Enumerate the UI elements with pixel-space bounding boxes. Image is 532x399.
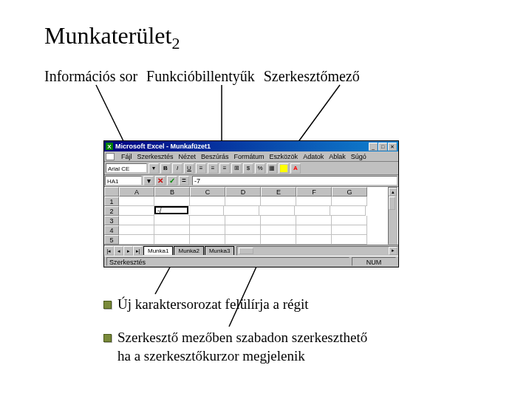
cell[interactable] [225,216,261,225]
status-mode: Szerkesztés [106,257,349,266]
font-selector[interactable]: Arial CE [106,163,147,173]
percent-button[interactable]: % [255,163,265,174]
align-right-button[interactable]: ≡ [219,163,230,174]
menu-format[interactable]: Formátum [234,153,265,160]
active-cell[interactable]: -/ [154,206,188,214]
fill-color-button[interactable] [279,163,289,174]
menu-view[interactable]: Nézet [179,153,197,160]
menu-data[interactable]: Adatok [303,153,324,160]
row-header[interactable]: 1 [104,197,119,206]
row-header[interactable]: 5 [104,235,119,245]
scroll-right-icon[interactable]: ▸ [389,247,398,255]
cell[interactable] [119,225,154,235]
page-title: Munkaterület2 [44,22,488,53]
sheet-tab-1[interactable]: Munka1 [143,246,173,255]
cell[interactable] [225,197,261,206]
menu-edit[interactable]: Szerkesztés [137,153,174,160]
scroll-up-icon[interactable]: ▴ [389,188,397,196]
cell[interactable] [154,225,190,235]
cell[interactable] [261,225,296,235]
confirm-edit-button[interactable]: ✓ [167,176,177,185]
tab-nav-prev-icon[interactable]: ◂ [114,246,123,256]
horizontal-scrollbar[interactable]: ▸ [236,246,398,256]
cell[interactable] [295,206,330,216]
cell[interactable] [296,197,332,206]
cell[interactable] [224,206,259,216]
cell[interactable] [154,235,190,245]
cell[interactable] [154,197,190,206]
cell[interactable] [225,235,261,245]
formula-input[interactable]: -7 [192,176,398,185]
align-center-button[interactable]: ≡ [208,163,218,174]
menu-file[interactable]: Fájl [121,153,132,160]
maximize-button[interactable]: □ [378,143,387,151]
cell[interactable] [259,206,295,216]
row-header[interactable]: 4 [104,225,119,235]
cancel-edit-button[interactable]: ✕ [155,176,166,185]
bold-button[interactable]: B [160,163,171,174]
borders-button[interactable]: ▦ [267,163,277,174]
italic-button[interactable]: I [172,163,183,174]
row-header[interactable]: 2 [104,206,119,216]
col-header[interactable]: D [225,187,261,197]
cell[interactable] [154,216,190,225]
cell[interactable] [119,206,154,216]
namebox-dropdown-icon[interactable]: ▾ [143,176,154,185]
underline-button[interactable]: U [184,163,194,174]
cell[interactable] [190,197,225,206]
cell[interactable] [119,197,154,206]
cell[interactable] [261,235,296,245]
sheet-tab-3[interactable]: Munka3 [205,246,234,255]
cell[interactable] [119,216,154,225]
col-header[interactable]: C [190,187,225,197]
tab-nav-next-icon[interactable]: ▸ [123,246,133,256]
cell[interactable] [332,225,367,235]
tab-nav-first-icon[interactable]: |◂ [104,246,114,256]
cell[interactable] [332,197,367,206]
column-headers: A B C D E F G [119,187,367,197]
col-header[interactable]: F [296,187,332,197]
vertical-scrollbar[interactable]: ▴ [388,187,398,245]
cell[interactable] [190,235,225,245]
currency-button[interactable]: $ [243,163,253,174]
scroll-thumb[interactable] [239,248,253,254]
cell[interactable] [296,216,332,225]
cell[interactable] [332,216,367,225]
col-header[interactable]: B [154,187,190,197]
toolbar-dropdown-icon[interactable]: ▾ [149,163,159,174]
menu-tools[interactable]: Eszközök [270,153,299,160]
cell[interactable] [190,216,225,225]
col-header[interactable]: G [332,187,367,197]
cell[interactable] [296,235,332,245]
cell[interactable] [188,206,224,216]
scroll-thumb[interactable] [389,197,395,210]
cell[interactable] [296,225,332,235]
font-color-button[interactable]: A [290,163,301,174]
bullet-icon [103,334,112,342]
name-box[interactable]: HA1 [105,176,142,185]
excel-window: X Microsoft Excel - Munkafüzet1 _ □ ✕ Fá… [103,140,399,267]
equals-button[interactable]: = [179,176,189,185]
sheet-tab-2[interactable]: Munka2 [174,246,203,255]
cell[interactable] [225,225,261,235]
align-left-button[interactable]: ≡ [196,163,206,174]
close-button[interactable]: ✕ [388,143,397,151]
col-header[interactable]: E [261,187,296,197]
row-headers: 1 2 3 4 5 [104,187,119,245]
cell[interactable] [261,197,296,206]
menu-window[interactable]: Ablak [329,153,346,160]
tab-nav-last-icon[interactable]: ▸| [133,246,143,256]
cell[interactable] [119,235,154,245]
menu-help[interactable]: Súgó [351,153,366,160]
cell[interactable] [190,225,225,235]
minimize-button[interactable]: _ [369,143,378,151]
cell[interactable] [332,235,367,245]
select-all-corner[interactable] [104,187,119,197]
labels-row: Információs sor Funkcióbillentyűk Szerke… [44,68,488,85]
col-header[interactable]: A [119,187,154,197]
cell[interactable] [330,206,366,216]
merge-button[interactable]: ⊞ [231,163,242,174]
row-header[interactable]: 3 [104,216,119,225]
cell[interactable] [261,216,296,225]
menu-insert[interactable]: Beszúrás [201,153,229,160]
